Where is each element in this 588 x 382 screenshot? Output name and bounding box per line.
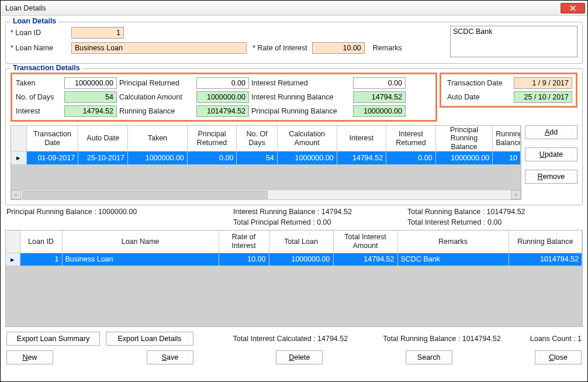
cell-interest-returned: 0.00	[386, 152, 436, 164]
cell-principal-running-balance: 1000000.00	[435, 152, 493, 164]
footer-loans-count: Loans Count : 1	[530, 335, 582, 343]
footer-row-2: New Save Delete Search Close	[5, 350, 583, 366]
tx-grid-hscroll[interactable]: ‹ ›	[11, 190, 521, 199]
col-rate[interactable]: Rate of Interest	[219, 230, 269, 253]
cell-calculation-amount: 1000000.00	[277, 152, 337, 164]
cell-loan-name: Business Loan	[62, 253, 219, 266]
add-button[interactable]: Add	[525, 125, 577, 139]
cell-running-balance: 10	[493, 152, 521, 164]
calculation-amount-label: Calculation Amount	[119, 93, 194, 101]
col-interest[interactable]: Interest	[337, 126, 386, 152]
cell-interest: 14794.52	[337, 152, 386, 164]
window-title: Loan Details	[3, 4, 561, 12]
status-total-interest-returned: Total Interest Returned : 0.00	[390, 218, 582, 226]
loan-id-label: * Loan ID	[11, 29, 69, 37]
col-no-of-days[interactable]: No. Of Days	[237, 126, 277, 152]
col-summary-running-balance[interactable]: Running Balance	[509, 230, 582, 253]
auto-date-input[interactable]	[514, 91, 572, 103]
status-row-2: Total Principal Returned : 0.00 Total In…	[5, 218, 583, 229]
close-button[interactable]: Close	[535, 350, 582, 364]
taken-input[interactable]	[64, 77, 117, 89]
export-loan-details-button[interactable]: Export Loan Details	[106, 332, 193, 346]
cell-transaction-date: 01-09-2017	[26, 152, 78, 164]
remove-button[interactable]: Remove	[525, 170, 577, 184]
cell-auto-date: 25-10-2017	[78, 152, 128, 164]
col-remarks[interactable]: Remarks	[397, 230, 509, 253]
tx-grid-header-row: Transaction Date Auto Date Taken Princip…	[11, 126, 521, 152]
transactions-grid[interactable]: Transaction Date Auto Date Taken Princip…	[11, 125, 521, 200]
col-principal-returned[interactable]: Principal Returned	[187, 126, 237, 152]
interest-running-balance-label: Interest Running Balance	[251, 93, 351, 101]
scroll-left-icon[interactable]: ‹	[11, 190, 21, 199]
loan-summary-grid[interactable]: Loan ID Loan Name Rate of Interest Total…	[5, 230, 583, 327]
no-of-days-label: No. of Days	[16, 93, 62, 101]
loan-id-input[interactable]	[71, 27, 124, 39]
status-total-principal-returned: Total Principal Returned : 0.00	[198, 218, 390, 226]
running-balance-input[interactable]	[196, 105, 249, 117]
transaction-date-input[interactable]	[514, 77, 572, 89]
cell-rate: 10.00	[219, 253, 269, 266]
status-principal-running-balance: Principal Running Balance : 1000000.00	[6, 208, 198, 216]
interest-label: Interest	[16, 107, 62, 115]
col-principal-running-balance[interactable]: Principal Running Balance	[435, 126, 493, 152]
footer-total-running-balance: Total Running Balance : 1014794.52	[383, 335, 501, 343]
window-close-button[interactable]	[561, 3, 585, 13]
col-auto-date[interactable]: Auto Date	[78, 126, 128, 152]
tx-row[interactable]: ▸ 01-09-2017 25-10-2017 1000000.00 0.00 …	[11, 152, 521, 164]
loan-details-window: Loan Details Loan Details * Loan ID * Lo…	[0, 0, 588, 382]
footer-total-interest-calculated: Total Interest Calculated : 14794.52	[233, 335, 348, 343]
save-button[interactable]: Save	[147, 350, 193, 364]
interest-returned-label: Interest Returned	[251, 79, 351, 87]
no-of-days-input[interactable]	[64, 91, 117, 103]
client-area: Loan Details * Loan ID * Loan Name * Rat…	[1, 16, 587, 381]
col-interest-returned[interactable]: Interest Returned	[386, 126, 436, 152]
scroll-thumb[interactable]	[22, 191, 268, 199]
cell-loan-id: 1	[20, 253, 62, 266]
export-loan-summary-button[interactable]: Export Loan Summary	[6, 332, 100, 346]
col-taken[interactable]: Taken	[127, 126, 187, 152]
cell-summary-running-balance: 1014794.52	[509, 253, 582, 266]
col-loan-name[interactable]: Loan Name	[62, 230, 219, 253]
cell-total-interest: 14794.52	[333, 253, 397, 266]
col-total-interest[interactable]: Total Interest Amount	[333, 230, 397, 253]
cell-principal-returned: 0.00	[187, 152, 237, 164]
transaction-date-label: Transaction Date	[447, 79, 511, 87]
principal-returned-label: Principal Returned	[119, 79, 194, 87]
remarks-textarea[interactable]	[450, 26, 577, 57]
tx-grid-actions: Add Update Remove	[525, 125, 577, 200]
footer-row-1: Export Loan Summary Export Loan Details …	[5, 332, 583, 346]
col-calculation-amount[interactable]: Calculation Amount	[277, 126, 337, 152]
update-button[interactable]: Update	[525, 147, 577, 161]
loan-details-legend: Loan Details	[11, 17, 58, 25]
principal-running-balance-input[interactable]	[353, 105, 406, 117]
interest-input[interactable]	[64, 105, 117, 117]
calculation-amount-input[interactable]	[196, 91, 249, 103]
scroll-right-icon[interactable]: ›	[511, 190, 521, 199]
new-button[interactable]: New	[6, 350, 53, 364]
transaction-inputs-highlight: Taken Principal Returned Interest Return…	[11, 73, 437, 122]
summary-row[interactable]: ▸ 1 Business Loan 10.00 1000000.00 14794…	[6, 253, 582, 266]
rate-label: * Rate of Interest	[253, 44, 307, 52]
running-balance-label: Running Balance	[119, 107, 194, 115]
interest-returned-input[interactable]	[353, 77, 406, 89]
interest-running-balance-input[interactable]	[353, 91, 406, 103]
search-button[interactable]: Search	[406, 350, 452, 364]
col-running-balance[interactable]: Running Balance	[493, 126, 521, 152]
loan-details-fieldset: Loan Details * Loan ID * Loan Name * Rat…	[5, 22, 583, 64]
loan-name-input[interactable]	[71, 42, 247, 54]
cell-taken: 1000000.00	[127, 152, 187, 164]
principal-returned-input[interactable]	[196, 77, 249, 89]
auto-date-label: Auto Date	[447, 93, 511, 101]
scroll-track[interactable]	[21, 190, 511, 199]
close-icon	[569, 5, 576, 11]
titlebar: Loan Details	[1, 1, 587, 16]
row-indicator-icon: ▸	[6, 253, 20, 266]
status-total-running-balance: Total Running Balance : 1014794.52	[390, 208, 582, 216]
col-total-loan[interactable]: Total Loan	[269, 230, 333, 253]
col-transaction-date[interactable]: Transaction Date	[26, 126, 78, 152]
col-loan-id[interactable]: Loan ID	[20, 230, 62, 253]
cell-remarks: SCDC Bank	[397, 253, 509, 266]
transaction-details-legend: Transaction Details	[11, 64, 82, 72]
delete-button[interactable]: Delete	[276, 350, 323, 364]
rate-input[interactable]	[312, 42, 365, 54]
